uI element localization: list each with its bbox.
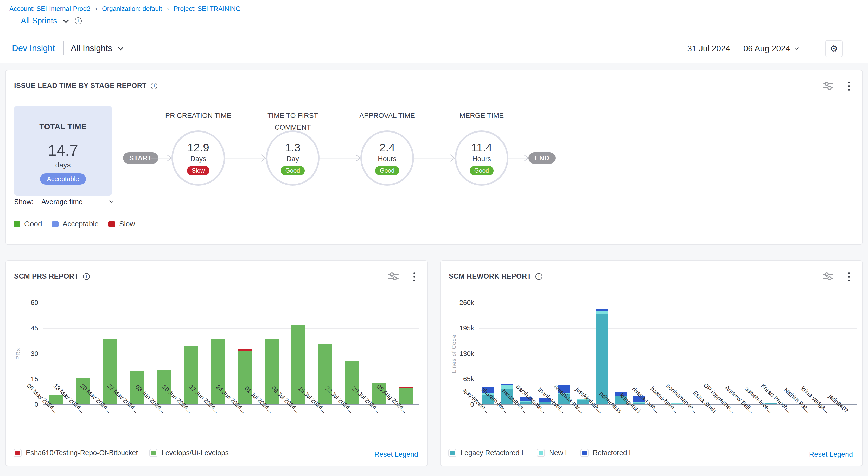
date-start: 31 Jul 2024 — [687, 44, 730, 53]
legend-color-swatch — [52, 221, 59, 227]
y-axis-tick-label: 260k — [447, 299, 474, 307]
breadcrumb-item[interactable]: Organization: default — [102, 5, 162, 12]
breadcrumb-separator: › — [95, 5, 97, 13]
date-separator: - — [736, 44, 738, 53]
breadcrumb: Account: SEI-Internal-Prod2›Organization… — [9, 5, 241, 13]
legend-color-swatch — [13, 221, 20, 227]
y-axis-tick-label: 45 — [11, 324, 38, 332]
show-dropdown[interactable]: Average time — [41, 198, 83, 206]
y-axis-tick-label: 60 — [11, 299, 38, 307]
bar-segment[interactable] — [596, 311, 608, 314]
y-axis-title: PRs — [15, 348, 22, 360]
gridline — [43, 379, 420, 379]
sprint-selector-label[interactable]: All Sprints — [21, 16, 57, 26]
issue-lead-time-panel: ISSUE LEAD TIME BY STAGE REPORT TOTAL TI… — [5, 70, 863, 245]
legend-label: Esha610/Testing-Repo-Of-Bitbucket — [26, 449, 138, 457]
x-axis-tick-label: jatin6407 — [827, 393, 850, 414]
legend-label: Slow — [119, 220, 135, 228]
y-axis-tick-label: 0 — [447, 400, 474, 409]
show-selector-row: Show: Average time — [14, 198, 83, 206]
gridline — [479, 379, 857, 379]
bar-segment[interactable] — [596, 308, 608, 311]
stage-value: 2.4 — [379, 141, 395, 154]
insight-header: Dev Insight All Insights 31 Jul 2024 - 0… — [0, 34, 868, 63]
legend-label: New L — [549, 449, 569, 457]
legend-item[interactable]: Esha610/Testing-Repo-Of-Bitbucket — [13, 449, 138, 457]
legend-item[interactable]: Refactored L — [581, 449, 633, 457]
stage-value: 1.3 — [285, 141, 301, 154]
legend-item[interactable]: Good — [13, 220, 42, 228]
legend-checkbox — [13, 449, 22, 457]
legend-item[interactable]: Slow — [108, 220, 135, 228]
reset-legend-link[interactable]: Reset Legend — [374, 450, 418, 458]
settings-button[interactable]: ⚙ — [825, 40, 842, 57]
stage-status-badge: Good — [281, 166, 305, 175]
legend-item[interactable]: New L — [537, 449, 569, 457]
y-axis-tick-label: 195k — [447, 324, 474, 332]
chevron-down-icon[interactable] — [118, 45, 123, 50]
legend-color-swatch — [108, 221, 115, 227]
show-label: Show: — [14, 198, 34, 206]
gear-icon: ⚙ — [830, 44, 838, 53]
gridline — [43, 354, 420, 354]
legend-item[interactable]: Legacy Refactored L — [448, 449, 525, 457]
gridline — [43, 303, 420, 303]
top-bar: Account: SEI-Internal-Prod2›Organization… — [0, 0, 868, 34]
chevron-down-icon[interactable] — [63, 18, 68, 23]
y-axis-title: Lines of Code — [451, 334, 457, 373]
gridline — [479, 328, 857, 329]
chevron-down-icon[interactable] — [795, 46, 799, 50]
bar-stack[interactable] — [596, 308, 608, 404]
stage-circle[interactable]: 2.4HoursGood — [360, 130, 414, 186]
legend-item[interactable]: Acceptable — [52, 220, 99, 228]
legend-checkbox — [149, 449, 157, 457]
scm-rework-panel: SCM REWORK REPORT 065k130k195k260kLines … — [440, 260, 863, 466]
dashboard-content: ISSUE LEAD TIME BY STAGE REPORT TOTAL TI… — [0, 63, 868, 476]
stage-title: MERGE TIME — [437, 110, 526, 122]
flow-arrow-icon — [319, 154, 360, 162]
insight-title[interactable]: Dev Insight — [12, 43, 55, 53]
stage-unit: Days — [190, 155, 206, 163]
bar-stack[interactable] — [345, 361, 359, 404]
stage-unit: Hours — [378, 155, 397, 163]
stage-unit: Day — [286, 155, 299, 163]
date-range-picker[interactable]: 31 Jul 2024 - 06 Aug 2024 — [687, 44, 798, 53]
stage-circle[interactable]: 1.3DayGood — [266, 130, 319, 186]
prs-bar-chart: 015304560PRs06 May 2024...13 May 2024...… — [6, 261, 428, 466]
insights-dropdown[interactable]: All Insights — [71, 43, 123, 53]
bar-stack[interactable] — [399, 387, 413, 404]
bar-segment[interactable] — [596, 314, 608, 404]
breadcrumb-item[interactable]: Project: SEI TRAINING — [174, 5, 241, 12]
sprint-selector[interactable]: All Sprints — [21, 16, 82, 26]
bar-segment[interactable] — [501, 385, 513, 389]
page: Account: SEI-Internal-Prod2›Organization… — [0, 0, 868, 476]
legend-label: Refactored L — [593, 449, 633, 457]
rework-bar-chart: 065k130k195k260kLines of Codeajay-levelo… — [440, 261, 862, 466]
info-icon — [75, 18, 82, 25]
stage-title-line: PR CREATION TIME — [154, 110, 243, 122]
legend-checkbox — [448, 449, 456, 457]
reset-legend-link[interactable]: Reset Legend — [809, 450, 853, 458]
stage-unit: Hours — [472, 155, 491, 163]
legend-color-swatch — [538, 451, 543, 455]
legend-color-swatch — [450, 451, 455, 455]
scm-prs-panel: SCM PRS REPORT 015304560PRs06 May 2024..… — [5, 260, 428, 466]
insights-dropdown-label[interactable]: All Insights — [71, 43, 113, 53]
legend-item[interactable]: Levelops/Ui-Levelops — [149, 449, 229, 457]
legend-label: Good — [24, 220, 42, 228]
breadcrumb-item[interactable]: Account: SEI-Internal-Prod2 — [9, 5, 90, 12]
y-axis-tick-label: 15 — [11, 375, 38, 383]
stage-value: 11.4 — [471, 141, 492, 154]
lead-time-flow: STARTEND PR CREATION TIME12.9DaysSlowTIM… — [6, 70, 862, 244]
stage-status-badge: Good — [470, 166, 494, 175]
legend-color-swatch — [151, 451, 156, 455]
legend-color-swatch — [16, 451, 20, 455]
flow-arrow-icon — [225, 154, 266, 162]
stage-circle[interactable]: 11.4HoursGood — [455, 130, 508, 186]
date-end: 06 Aug 2024 — [743, 44, 790, 53]
flow-arrow-icon — [151, 154, 172, 162]
stage-status-badge: Slow — [187, 166, 210, 175]
bar-segment[interactable] — [345, 361, 359, 404]
bar-segment[interactable] — [399, 388, 413, 404]
stage-circle[interactable]: 12.9DaysSlow — [172, 130, 225, 186]
